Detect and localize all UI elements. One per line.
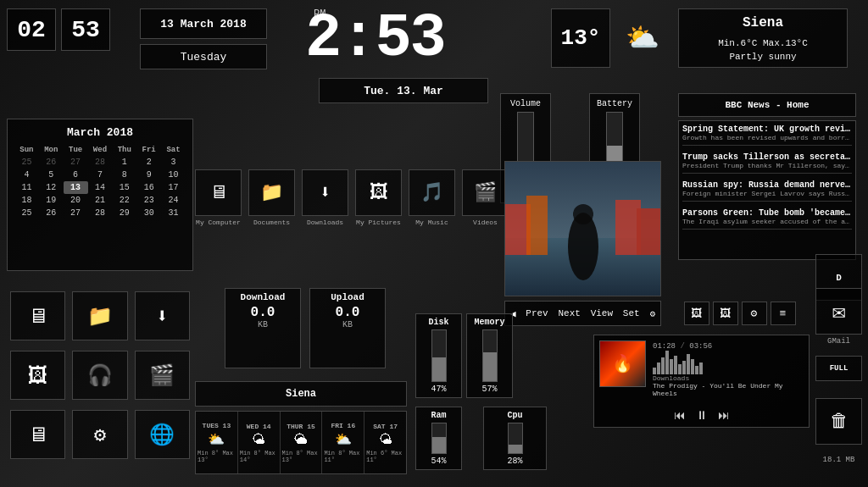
calendar-title: March 2018 [14, 126, 186, 139]
volume-label: Volume [510, 99, 541, 108]
news-item: Parsons Green: Tube bomb 'became fantasy… [682, 208, 852, 230]
small-icon[interactable]: 🖼 [684, 302, 709, 325]
left-sidebar-icons: 🖥📁⬇🖼🎧🎬🖥⚙🌐 [7, 288, 193, 466]
left-icon[interactable]: 🖥 [10, 291, 65, 340]
news-item: Russian spy: Russia demand nerve agent s… [682, 180, 852, 202]
weather-day: TUES 13⛅Min 8° Max 13° [196, 412, 238, 473]
disk-value: 47% [431, 385, 446, 394]
desktop-icon[interactable]: 📁Documents [248, 169, 295, 226]
battery-label: Battery [597, 99, 632, 108]
svg-point-7 [573, 204, 593, 224]
big-clock: 2:53 [305, 4, 445, 74]
filesize-label: 18.1 MB [823, 456, 855, 464]
clock-hour: 02 [7, 8, 56, 51]
download-value: 0.0 [251, 305, 275, 320]
music-controls[interactable]: ⏮ ⏸ ⏭ [599, 409, 804, 423]
calendar-box: March 2018 SunMonTueWedThuFriSat 2526272… [7, 119, 193, 271]
clock-minute: 53 [61, 8, 110, 51]
total-time: 03:56 [689, 342, 712, 351]
download-label: Download [241, 292, 286, 302]
album-art: 🔥 [599, 340, 646, 387]
memory-box: Memory 57% [466, 313, 513, 398]
left-icon[interactable]: 🎧 [72, 351, 127, 400]
desktop-icon[interactable]: 🎵My Music [409, 169, 455, 226]
mail-icon-box[interactable]: ✉ [815, 288, 862, 335]
trash-box: 🗑 [815, 398, 862, 445]
music-player: 🔥 01:28 / 03:56 Downloads The Prodigy - … [593, 335, 810, 428]
cpu-value: 28% [507, 457, 522, 466]
desktop-icon[interactable]: 🖥My Computer [195, 169, 242, 226]
ram-fill [432, 437, 446, 453]
news-item: Spring Statement: UK growth revised upwa… [682, 125, 852, 146]
ram-label: Ram [431, 411, 446, 420]
svg-rect-5 [637, 208, 661, 255]
full-date: 13 March 2018 [160, 18, 246, 30]
left-icon[interactable]: 📁 [72, 291, 127, 340]
left-icon[interactable]: 🌐 [135, 410, 190, 459]
mail-icon: ✉ [832, 298, 846, 325]
news-box: Spring Statement: UK growth revised upwa… [678, 120, 856, 260]
weather-temp: 13° [551, 8, 610, 68]
weather-city: Siena [743, 13, 783, 33]
weather-icon: ⛅ [617, 8, 668, 68]
desktop-icon[interactable]: 🎬Videos [462, 169, 509, 226]
temp-value: 13° [561, 25, 601, 51]
cpu-label: Cpu [507, 411, 522, 420]
weather-info: Siena Min.6°C Max.13°C Partly sunny [678, 8, 848, 68]
left-icon[interactable]: ⚙ [72, 410, 127, 459]
ram-box: Ram 54% [415, 407, 462, 470]
small-icons-row: 🖼🖼⚙≡ [678, 301, 801, 326]
music-meta: Downloads The Prodigy - You'll Be Under … [653, 374, 804, 397]
view-label[interactable]: View [591, 308, 613, 318]
weather-day: WED 14🌤Min 8° Max 14° [238, 412, 281, 473]
small-icon[interactable]: 🖼 [713, 302, 738, 325]
memory-label: Memory [474, 318, 504, 327]
day-box: Tuesday [140, 44, 267, 69]
memory-bar [482, 329, 498, 382]
weather-day: SAT 17🌤Min 6° Max 11° [364, 412, 406, 473]
weather-day: THUR 15🌥Min 8° Max 13° [281, 412, 323, 473]
small-icon[interactable]: ≡ [771, 302, 796, 325]
next-button[interactable]: ⏭ [718, 409, 730, 423]
big-date: Tue. 13. Mar [319, 78, 488, 103]
weather-day: FRI 16⛅Min 8° Max 11° [322, 412, 364, 473]
next-label[interactable]: Next [558, 308, 580, 318]
day-name: Tuesday [181, 51, 227, 64]
desktop-icons-area: 🖥My Computer📁Documents⬇Downloads🖼My Pict… [195, 169, 492, 246]
music-info: 01:28 / 03:56 Downloads The Prodigy - Yo… [653, 340, 804, 397]
play-pause-button[interactable]: ⏸ [696, 409, 708, 423]
cpu-bar [508, 423, 523, 454]
full-box: FULL [815, 356, 862, 381]
left-icon[interactable]: ⬇ [135, 291, 190, 340]
current-time: 01:28 [653, 342, 676, 351]
desktop-icon[interactable]: ⬇Downloads [302, 169, 348, 226]
music-title: The Prodigy - You'll Be Under My Wheels [653, 382, 804, 397]
settings-icon: ⚙ [649, 308, 655, 319]
desktop-icon[interactable]: 🖼My Pictures [355, 169, 402, 226]
download-unit: KB [258, 320, 268, 329]
set-label[interactable]: Set [623, 308, 640, 318]
siena-footer: Siena [195, 381, 407, 407]
filesize-box: 18.1 MB [815, 449, 862, 470]
upload-unit: KB [342, 320, 353, 329]
weather-desc: Partly sunny [729, 50, 796, 64]
ram-bar [431, 423, 447, 454]
left-icon[interactable]: 🎬 [135, 351, 190, 400]
news-header: BBC News - Home [678, 93, 856, 117]
cpu-fill [509, 445, 522, 453]
left-icon[interactable]: 🖥 [10, 410, 65, 459]
disk-fill [432, 357, 446, 381]
disk-box: Disk 47% [415, 313, 462, 398]
memory-fill [483, 352, 497, 381]
download-box: Download 0.0 KB [225, 288, 301, 368]
prev-button[interactable]: ⏮ [674, 409, 686, 423]
left-icon[interactable]: 🖼 [10, 351, 65, 400]
small-icon[interactable]: ⚙ [742, 302, 767, 325]
media-controls[interactable]: ◀ Prev Next View Set ⚙ [504, 301, 661, 326]
weather-minmax: Min.6°C Max.13°C [718, 36, 808, 51]
gmail-label: GMail [815, 337, 862, 346]
news-item: Trump sacks Tillerson as secretary of st… [682, 152, 852, 174]
ram-value: 54% [431, 457, 446, 466]
weather-days: TUES 13⛅Min 8° Max 13°WED 14🌤Min 8° Max … [195, 411, 407, 474]
prev-label[interactable]: Prev [526, 308, 548, 318]
